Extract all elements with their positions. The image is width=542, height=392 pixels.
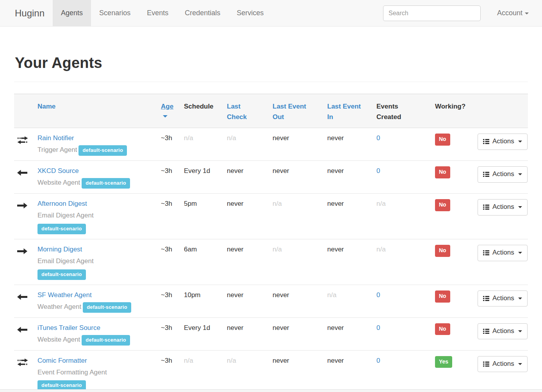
col-header-last_event_out[interactable]: Last Event Out [269,94,324,128]
cell-name: XKCD SourceWebsite Agentdefault-scenario [34,161,158,194]
events-created-link[interactable]: 0 [376,291,380,299]
actions-button-label: Actions [492,203,514,211]
agent-type-label: Weather Agent [37,303,81,310]
arrow-right-icon [17,201,27,209]
actions-dropdown-button[interactable]: Actions [478,166,528,182]
agent-name-link[interactable]: iTunes Trailer Source [37,324,100,331]
working-status-badge: No [435,290,450,303]
footer-strip [0,389,542,392]
cell-schedule: 6am [181,239,224,285]
cell-actions: Actions [474,239,528,285]
agent-name-link[interactable]: Comic Formatter [37,357,87,364]
events-created-link[interactable]: 0 [376,324,380,331]
col-header-working: Working? [432,94,474,128]
list-icon [483,294,489,302]
agent-name-link[interactable]: Afternoon Digest [37,200,87,207]
cell-events-created: 0 [373,161,432,194]
header-row: NameAgeScheduleLast CheckLast Event OutL… [14,94,528,128]
col-header-label: Working? [435,101,465,112]
brand-link[interactable]: Huginn [0,0,53,26]
account-menu[interactable]: Account [497,9,529,17]
col-header-last_event_in[interactable]: Last Event In [324,94,373,128]
actions-button-label: Actions [492,327,514,335]
cell-icon [14,128,34,161]
agents-table: NameAgeScheduleLast CheckLast Event OutL… [14,94,528,392]
cell-age: ~3h [158,161,181,194]
cell-last-check: n/a [224,350,269,392]
cell-events-created: 0 [373,317,432,350]
cell-last-event-out: never [269,285,324,317]
col-header-last_check[interactable]: Last Check [224,94,269,128]
nav-item-services[interactable]: Services [228,0,272,26]
scenario-badge[interactable]: default-scenario [78,145,127,156]
cell-age: ~3h [158,350,181,392]
nav-item-credentials[interactable]: Credentials [177,0,228,26]
agent-type-label: Website Agent [37,336,80,343]
exchange-icon [17,358,28,366]
scenario-badge[interactable]: default-scenario [83,302,131,313]
scenario-badge[interactable]: default-scenario [37,224,86,234]
scenario-badge[interactable]: default-scenario [82,335,130,346]
actions-button-label: Actions [492,249,514,257]
col-header-actions [474,94,528,128]
list-icon [483,249,489,257]
cell-actions: Actions [474,285,528,317]
cell-last-event-in: never [324,317,373,350]
cell-last-event-in: never [324,128,373,161]
nav-item-events[interactable]: Events [139,0,177,26]
agent-name-link[interactable]: SF Weather Agent [37,291,92,299]
cell-icon [14,194,34,239]
cell-name: iTunes Trailer SourceWebsite Agentdefaul… [34,317,158,350]
cell-actions: Actions [474,128,528,161]
main-nav: AgentsScenariosEventsCredentialsServices [53,0,272,26]
col-header-age[interactable]: Age [158,94,181,128]
agent-name-link[interactable]: XKCD Source [37,167,79,175]
cell-name: Comic FormatterEvent Formatting Agentdef… [34,350,158,392]
actions-button-label: Actions [492,294,514,302]
agent-type-label: Email Digest Agent [37,257,94,265]
cell-working: No [432,239,474,285]
actions-dropdown-button[interactable]: Actions [478,134,528,150]
actions-dropdown-button[interactable]: Actions [478,245,528,261]
search-input[interactable] [383,5,481,21]
nav-item-scenarios[interactable]: Scenarios [91,0,139,26]
table-body: Rain NotifierTrigger Agentdefault-scenar… [14,128,528,392]
agent-name-link[interactable]: Rain Notifier [37,134,74,142]
account-label: Account [497,9,522,17]
chevron-down-icon [525,12,529,14]
events-created-link[interactable]: 0 [376,134,380,142]
agent-row-comic-formatter: Comic FormatterEvent Formatting Agentdef… [14,350,528,392]
col-header-label: Schedule [184,101,214,112]
cell-events-created: 0 [373,285,432,317]
cell-icon [14,239,34,285]
cell-last-event-in: never [324,161,373,194]
actions-dropdown-button[interactable]: Actions [478,290,528,306]
cell-age: ~3h [158,239,181,285]
arrow-left-icon [17,326,27,333]
cell-last-event-in: never [324,350,373,392]
agent-name-link[interactable]: Morning Digest [37,246,82,253]
cell-events-created: 0 [373,128,432,161]
cell-last-check: n/a [224,128,269,161]
chevron-down-icon [518,298,522,299]
events-created-link[interactable]: 0 [376,167,380,175]
col-header-name[interactable]: Name [34,94,158,128]
chevron-down-icon [518,363,522,365]
agent-row-afternoon-digest: Afternoon DigestEmail Digest Agentdefaul… [14,194,528,239]
list-icon [483,360,489,368]
scenario-badge[interactable]: default-scenario [37,269,86,280]
cell-last-event-out: never [269,161,324,194]
agent-row-sf-weather-agent: SF Weather AgentWeather Agentdefault-sce… [14,285,528,317]
actions-dropdown-button[interactable]: Actions [478,199,528,215]
cell-working: No [432,317,474,350]
cell-last-event-out: n/a [269,194,324,239]
main-content: Your Agents NameAgeScheduleLast CheckLas… [14,55,528,392]
actions-dropdown-button[interactable]: Actions [478,356,528,372]
scenario-badge[interactable]: default-scenario [82,178,130,189]
nav-item-agents[interactable]: Agents [53,0,91,26]
cell-age: ~3h [158,194,181,239]
table-head: NameAgeScheduleLast CheckLast Event OutL… [14,94,528,128]
actions-dropdown-button[interactable]: Actions [478,323,528,339]
events-created-link[interactable]: 0 [376,357,380,364]
badge-row: default-scenario [37,269,155,280]
